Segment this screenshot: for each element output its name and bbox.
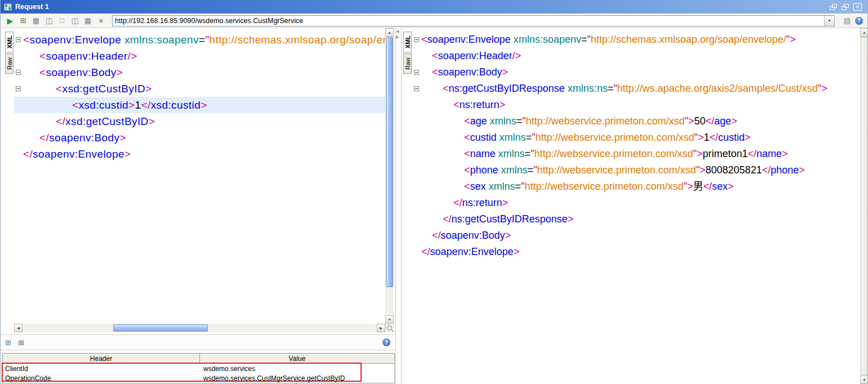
gutter (14, 97, 23, 113)
request-view-tabs: XML Raw (5, 28, 14, 74)
response-tab-raw[interactable]: Raw (403, 53, 412, 74)
splitter-collapse-left-icon[interactable]: ◀ (396, 29, 399, 34)
code-line[interactable]: <ns:return> (412, 97, 860, 113)
header-row[interactable]: OperationCodewsdemo.services.CustMgrServ… (3, 373, 394, 383)
response-tab-xml[interactable]: XML (403, 32, 412, 52)
gutter (412, 130, 421, 146)
request-xml-editor[interactable]: <soapenv:Envelope xmlns:soapenv="http://… (14, 28, 385, 324)
gutter (412, 48, 421, 64)
fold-toggle-icon[interactable] (14, 32, 23, 48)
code-line[interactable]: <ns:getCustByIDResponse xmlns:ns="http:/… (412, 81, 860, 97)
gutter (412, 97, 421, 113)
help-icon[interactable]: ? (855, 17, 863, 25)
code-line[interactable]: <xsd:custid>1</xsd:custid> (14, 97, 385, 113)
splitter-collapse-right-icon[interactable]: ▶ (396, 35, 399, 39)
headers-table-head: Header Value (3, 354, 394, 364)
code-line[interactable]: <xsd:getCustByID> (14, 81, 385, 97)
scroll-down-icon[interactable]: ▼ (860, 376, 868, 384)
clone-request-icon[interactable]: ◫ (70, 16, 80, 26)
layout-icon[interactable]: ▤ (842, 16, 852, 26)
magnifier-icon[interactable] (387, 325, 392, 331)
code-line[interactable]: <soapenv:Body> (14, 64, 385, 81)
endpoint-url[interactable]: http://192.168.16.85:9090/wsdemo.service… (113, 17, 824, 25)
fold-toggle-icon[interactable] (412, 32, 421, 48)
add-header-icon[interactable]: ⊞ (5, 338, 11, 347)
request-tab-xml[interactable]: XML (5, 32, 14, 52)
header-name-cell[interactable]: ClientId (3, 365, 200, 373)
code-line[interactable]: <soapenv:Envelope xmlns:soapenv="http://… (14, 32, 385, 48)
scroll-right-icon[interactable]: ▶ (377, 324, 385, 332)
remove-header-icon[interactable]: ⊠ (18, 338, 24, 347)
column-value[interactable]: Value (200, 354, 394, 363)
gutter (14, 113, 23, 130)
header-row[interactable]: ClientIdwsdemo.services (3, 364, 394, 373)
add-to-mockservice-icon[interactable]: ▦ (31, 16, 41, 26)
code-line[interactable]: </soapenv:Envelope> (14, 146, 385, 162)
gutter (14, 146, 23, 162)
code-line[interactable]: <soapenv:Header/> (412, 48, 860, 64)
code-line[interactable]: <phone xmlns="http://webservice.primeton… (412, 162, 860, 178)
fold-toggle-icon[interactable] (412, 81, 421, 97)
scrollbar-thumb[interactable] (113, 324, 208, 332)
gutter (14, 130, 23, 146)
scrollbar-thumb[interactable] (386, 37, 393, 287)
scroll-up-icon[interactable]: ▲ (860, 28, 868, 37)
code-line[interactable]: </xsd:getCustByID> (14, 113, 385, 130)
gutter (412, 178, 421, 195)
window-title: Request 1 (15, 3, 49, 11)
response-view-tabs: XML Raw (403, 28, 412, 74)
column-header[interactable]: Header (3, 354, 200, 363)
header-name-cell[interactable]: OperationCode (3, 374, 200, 382)
gutter (412, 211, 421, 227)
headers-help-icon[interactable]: ? (382, 338, 390, 346)
response-xml-editor[interactable]: <soapenv:Envelope xmlns:soapenv="http://… (412, 28, 860, 384)
request-tab-raw[interactable]: Raw (5, 53, 14, 74)
code-line[interactable]: <soapenv:Envelope xmlns:soapenv="http://… (412, 32, 860, 48)
gutter (412, 195, 421, 211)
recreate-request-icon[interactable]: ▦ (83, 16, 93, 26)
maximize-window-icon[interactable] (842, 4, 849, 10)
submit-request-button[interactable]: ▶ (5, 16, 15, 26)
code-line[interactable]: </soapenv:Body> (412, 227, 860, 244)
code-line[interactable]: <name xmlns="http://webservice.primeton.… (412, 146, 860, 162)
code-line[interactable]: <soapenv:Body> (412, 64, 860, 81)
code-line[interactable]: </soapenv:Envelope> (412, 244, 860, 260)
request-vertical-scrollbar[interactable]: ▲ ▼ (385, 28, 394, 324)
close-window-icon[interactable]: × (853, 3, 862, 11)
fold-toggle-icon[interactable] (14, 81, 23, 97)
create-empty-request-icon[interactable]: □ (57, 16, 67, 26)
gutter (14, 48, 23, 64)
code-line[interactable]: </ns:return> (412, 195, 860, 211)
fold-toggle-icon[interactable] (14, 64, 23, 81)
pane-splitter[interactable]: ◀ ▶ (394, 28, 403, 384)
scroll-down-icon[interactable]: ▼ (385, 315, 394, 324)
endpoint-dropdown-icon[interactable]: ▼ (824, 16, 834, 26)
scroll-up-icon[interactable]: ▲ (385, 28, 394, 37)
gutter (412, 244, 421, 260)
code-line[interactable]: </ns:getCustByIDResponse> (412, 211, 860, 227)
detach-window-icon[interactable] (830, 4, 837, 10)
fold-toggle-icon[interactable] (412, 64, 421, 81)
gutter (412, 146, 421, 162)
header-value-cell[interactable]: wsdemo.services (200, 365, 394, 373)
request-horizontal-scrollbar[interactable]: ◀ ▶ (14, 324, 385, 332)
scrollbar-corner (385, 324, 394, 332)
endpoint-combobox[interactable]: http://192.168.16.85:9090/wsdemo.service… (112, 15, 835, 26)
header-value-cell[interactable]: wsdemo.services.CustMgrService.getCustBy… (200, 374, 394, 382)
title-bar: Request 1 × (1, 0, 867, 14)
copy-request-icon[interactable]: ◫ (44, 16, 54, 26)
scrollbar-thumb[interactable] (861, 37, 868, 375)
gutter (412, 227, 421, 244)
code-line[interactable]: <custid xmlns="http://webservice.primeto… (412, 130, 860, 146)
add-to-testcase-icon[interactable]: ⊞ (18, 16, 28, 26)
request-icon (4, 3, 12, 11)
code-line[interactable]: </soapenv:Body> (14, 130, 385, 146)
code-line[interactable]: <sex xmlns="http://webservice.primeton.c… (412, 178, 860, 195)
scroll-left-icon[interactable]: ◀ (14, 324, 23, 332)
code-line[interactable]: <age xmlns="http://webservice.primeton.c… (412, 113, 860, 130)
gutter (412, 113, 421, 130)
code-line[interactable]: <soapenv:Header/> (14, 48, 385, 64)
cancel-request-icon[interactable]: ■ (96, 16, 106, 26)
response-vertical-scrollbar[interactable]: ▲ ▼ (860, 28, 868, 384)
gutter (412, 162, 421, 178)
